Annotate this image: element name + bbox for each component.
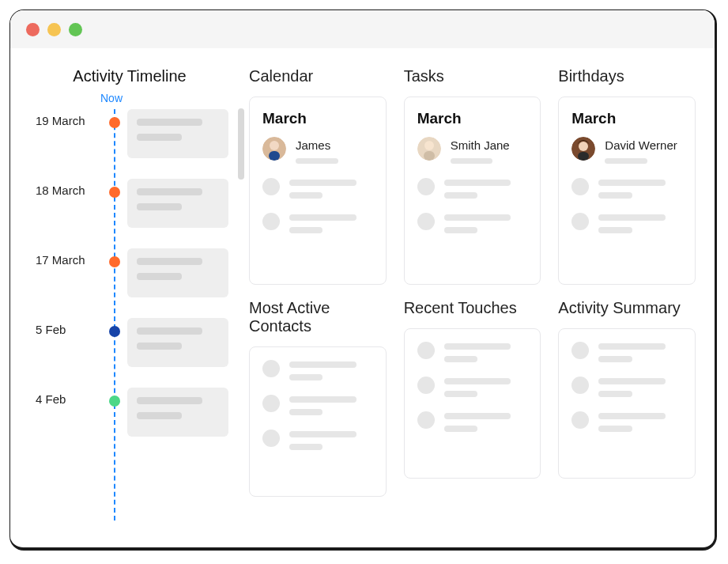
person-name: David Werner — [605, 138, 682, 152]
placeholder-line — [289, 180, 356, 186]
section-title: Activity Summary — [558, 299, 696, 317]
calendar-card[interactable]: March James — [249, 97, 387, 285]
birthdays-card[interactable]: March David Werner — [558, 97, 696, 285]
list-item[interactable] — [262, 360, 373, 380]
window-minimize-button[interactable] — [47, 23, 61, 36]
timeline-card[interactable] — [127, 388, 228, 437]
placeholder-line — [444, 343, 511, 350]
activity-summary-card[interactable] — [558, 328, 696, 479]
avatar — [571, 137, 595, 161]
timeline-track: 19 March 18 March 17 Mar — [36, 109, 232, 457]
svg-rect-2 — [269, 151, 280, 161]
scrollbar[interactable] — [238, 108, 244, 180]
person-row[interactable]: Smith Jane — [417, 137, 528, 164]
placeholder-dot-icon — [417, 178, 435, 195]
placeholder-dot-icon — [262, 213, 280, 230]
tasks-section: Tasks March Smith Jane — [404, 67, 541, 285]
placeholder-line — [137, 258, 202, 265]
avatar — [262, 137, 286, 161]
list-item[interactable] — [262, 395, 373, 415]
timeline-dot-icon — [109, 256, 120, 267]
window-close-button[interactable] — [26, 23, 40, 36]
placeholder-line — [598, 343, 666, 350]
placeholder-line — [296, 158, 338, 164]
placeholder-line — [137, 134, 182, 141]
timeline-entry[interactable]: 17 March — [36, 248, 232, 318]
app-window: Activity Timeline Now 19 March 18 March — [9, 9, 717, 551]
person-name: Smith Jane — [451, 138, 528, 152]
card-month: March — [262, 110, 373, 127]
recent-touches-section: Recent Touches — [404, 299, 541, 497]
placeholder-line — [289, 444, 323, 450]
list-item[interactable] — [417, 213, 528, 233]
placeholder-line — [137, 188, 202, 195]
timeline-entry[interactable]: 18 March — [36, 179, 232, 248]
section-title: Most Active Contacts — [249, 299, 387, 335]
placeholder-line — [444, 227, 477, 233]
card-month: March — [417, 110, 528, 127]
placeholder-line — [598, 426, 632, 432]
timeline-card[interactable] — [127, 109, 228, 158]
placeholder-line — [444, 413, 511, 419]
timeline-entry[interactable]: 5 Feb — [36, 318, 232, 388]
list-item[interactable] — [571, 213, 682, 233]
placeholder-line — [444, 192, 477, 199]
placeholder-line — [444, 356, 477, 362]
list-item[interactable] — [571, 342, 682, 362]
placeholder-dot-icon — [262, 360, 280, 377]
dashboard-grid: Calendar March James — [249, 67, 702, 547]
person-row[interactable]: James — [262, 137, 373, 164]
placeholder-line — [444, 391, 477, 397]
timeline-entry[interactable]: 4 Feb — [36, 388, 232, 457]
timeline-entry[interactable]: 19 March — [36, 109, 232, 179]
timeline-dot-icon — [109, 326, 120, 337]
list-item[interactable] — [571, 411, 682, 432]
placeholder-line — [289, 374, 323, 380]
window-zoom-button[interactable] — [69, 23, 82, 36]
placeholder-line — [598, 214, 666, 221]
placeholder-dot-icon — [571, 213, 589, 230]
list-item[interactable] — [262, 430, 373, 450]
placeholder-dot-icon — [417, 411, 435, 429]
timeline-card[interactable] — [127, 318, 228, 367]
timeline-date: 19 March — [36, 109, 96, 127]
titlebar — [10, 10, 715, 48]
section-title: Calendar — [249, 67, 387, 85]
recent-touches-card[interactable] — [404, 328, 541, 479]
placeholder-line — [137, 327, 202, 335]
timeline-now-label: Now — [100, 92, 232, 104]
timeline-card[interactable] — [127, 248, 228, 297]
placeholder-line — [289, 214, 356, 221]
card-month: March — [571, 110, 682, 127]
timeline-date: 5 Feb — [36, 318, 96, 336]
placeholder-line — [137, 119, 202, 126]
calendar-section: Calendar March James — [249, 67, 387, 285]
timeline-dot-icon — [109, 396, 120, 407]
section-title: Birthdays — [558, 67, 696, 85]
most-active-contacts-card[interactable] — [249, 346, 387, 497]
placeholder-dot-icon — [417, 342, 435, 359]
list-item[interactable] — [417, 377, 528, 397]
list-item[interactable] — [417, 411, 528, 432]
placeholder-line — [598, 378, 666, 384]
svg-rect-5 — [424, 151, 435, 161]
placeholder-line — [598, 391, 632, 397]
placeholder-line — [289, 227, 323, 233]
list-item[interactable] — [262, 178, 373, 199]
placeholder-dot-icon — [571, 178, 589, 195]
list-item[interactable] — [417, 178, 528, 199]
most-active-contacts-section: Most Active Contacts — [249, 299, 387, 497]
person-row[interactable]: David Werner — [571, 137, 682, 164]
list-item[interactable] — [571, 178, 682, 199]
placeholder-line — [289, 361, 356, 368]
list-item[interactable] — [571, 377, 682, 397]
placeholder-line — [137, 343, 182, 350]
tasks-card[interactable]: March Smith Jane — [404, 97, 541, 285]
list-item[interactable] — [262, 213, 373, 233]
list-item[interactable] — [417, 342, 528, 362]
placeholder-line — [598, 180, 666, 186]
placeholder-line — [289, 409, 323, 415]
placeholder-dot-icon — [262, 178, 280, 195]
timeline-card[interactable] — [127, 179, 228, 228]
svg-point-1 — [270, 141, 279, 150]
